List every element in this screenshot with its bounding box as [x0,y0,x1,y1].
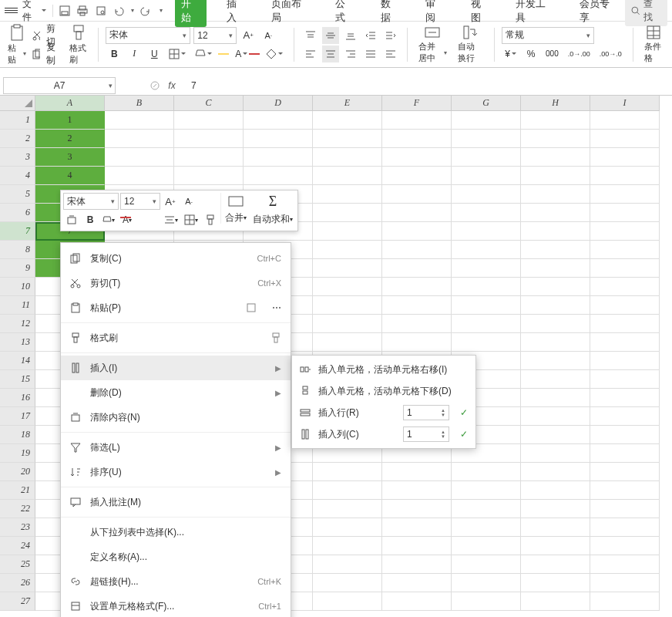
copy-button[interactable]: 复制 [43,46,63,62]
cell[interactable] [382,167,452,185]
cell[interactable] [452,222,521,241]
align-center-button[interactable] [322,46,339,62]
cell[interactable] [105,167,174,185]
column-header[interactable]: B [105,96,174,111]
cell[interactable] [590,222,660,241]
cell[interactable] [590,185,660,204]
italic-button[interactable]: I [126,46,143,62]
column-header[interactable]: I [590,96,660,111]
row-header[interactable]: 7 [0,222,35,241]
ctx-copy[interactable]: 复制(C)Ctrl+C [61,246,291,271]
ctx-cut[interactable]: 剪切(T)Ctrl+X [61,271,291,295]
cell[interactable] [313,167,382,185]
cell[interactable] [313,518,382,537]
mini-align-button[interactable]: ▾ [162,211,180,228]
font-color-button[interactable]: A [232,46,250,62]
cell[interactable] [382,500,452,518]
ctx-insert[interactable]: 插入(I)▶ [61,356,291,380]
bold-button[interactable]: B [106,46,123,62]
fill-color-button[interactable] [192,46,215,62]
cell[interactable] [521,463,590,481]
cell[interactable] [521,389,590,407]
row-header[interactable]: 12 [0,315,35,333]
cell[interactable] [244,167,313,185]
increase-decimal-button[interactable]: .0→.00 [565,46,593,62]
cell[interactable] [590,500,660,518]
cell[interactable] [452,148,521,167]
cell[interactable] [521,444,590,463]
cell[interactable] [313,537,382,555]
tab-pagelayout[interactable]: 页面布局 [265,0,315,27]
undo-icon[interactable] [110,2,126,19]
formula-input[interactable]: 7 [183,80,197,91]
cell[interactable] [382,111,452,130]
cell[interactable] [521,185,590,204]
save-icon[interactable] [56,2,72,19]
cell[interactable] [382,296,452,315]
column-header[interactable]: D [244,96,313,111]
align-top-button[interactable] [302,27,319,44]
cell[interactable] [590,296,660,315]
cell[interactable] [452,278,521,296]
ctx-dropdown[interactable]: 从下拉列表中选择(K)... [61,520,291,545]
row-header[interactable]: 15 [0,370,35,389]
cell[interactable] [521,370,590,389]
cell[interactable] [521,592,590,611]
cell[interactable] [590,463,660,481]
cell[interactable] [382,222,452,241]
row-count-input[interactable]: 1▲▼ [403,405,449,420]
cell[interactable] [521,426,590,444]
insert-columns[interactable]: 插入列(C) 1▲▼ ✓ [292,423,475,445]
cell[interactable] [590,333,660,352]
increase-indent-button[interactable] [382,27,399,44]
cell[interactable] [590,481,660,500]
cell[interactable] [521,537,590,555]
row-header[interactable]: 21 [0,481,35,500]
cell[interactable] [590,426,660,444]
cell[interactable] [521,481,590,500]
insert-shift-right[interactable]: 插入单元格，活动单元格右移(I) [292,359,475,380]
ctx-clear[interactable]: 清除内容(N) [61,405,291,430]
cell[interactable] [521,278,590,296]
cell[interactable] [313,500,382,518]
row-header[interactable]: 4 [0,167,35,185]
cell[interactable] [590,389,660,407]
cell[interactable] [382,574,452,592]
cell[interactable] [452,296,521,315]
cell[interactable] [590,167,660,185]
cell[interactable] [105,130,174,148]
ctx-formatpainter[interactable]: 格式刷 [61,325,291,350]
tab-data[interactable]: 数据 [375,0,405,27]
cell[interactable] [590,315,660,333]
cell[interactable] [590,518,660,537]
mini-bold-button[interactable]: B [82,211,99,228]
cell[interactable]: 3 [35,148,105,167]
ctx-comment[interactable]: 插入批注(M) [61,490,291,514]
cell[interactable] [382,259,452,278]
row-header[interactable]: 1 [0,111,35,130]
cell[interactable] [382,130,452,148]
cell[interactable] [313,111,382,130]
cell[interactable] [590,574,660,592]
column-header[interactable]: E [313,96,382,111]
mini-fill-button[interactable]: ▾ [100,211,117,228]
mini-format-painter[interactable] [202,211,219,228]
border-button[interactable] [166,46,189,62]
tab-member[interactable]: 会员专享 [573,0,623,27]
confirm-icon[interactable]: ✓ [460,407,468,418]
tab-insert[interactable]: 插入 [220,0,251,27]
format-painter-button[interactable]: 格式刷 [68,22,90,68]
align-left-button[interactable] [302,46,319,62]
cell[interactable] [452,500,521,518]
cell[interactable] [452,555,521,574]
cell[interactable] [452,592,521,611]
justify-button[interactable] [362,46,379,62]
align-bottom-button[interactable] [342,27,359,44]
decrease-font-button[interactable]: A- [260,27,277,44]
search-button[interactable]: 查找 [625,0,667,26]
row-header[interactable]: 2 [0,130,35,148]
cell[interactable] [382,555,452,574]
row-header[interactable]: 18 [0,426,35,444]
mini-size-select[interactable]: 12▾ [120,193,160,210]
cell[interactable] [521,333,590,352]
